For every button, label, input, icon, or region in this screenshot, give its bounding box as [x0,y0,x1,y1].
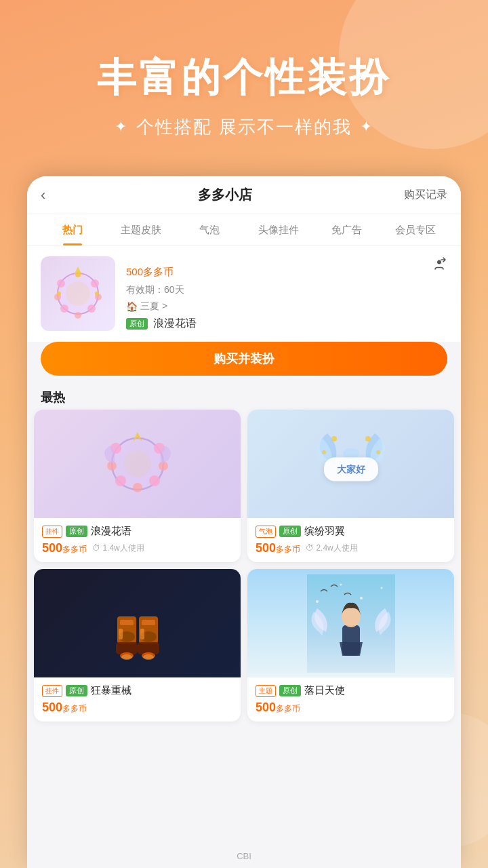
item-users-2: ⏱ 2.4w人使用 [306,542,358,554]
featured-name: 浪漫花语 [153,317,197,331]
item-price-row-2: 500多多币 ⏱ 2.4w人使用 [256,541,446,555]
sub-title-text: 个性搭配 展示不一样的我 [136,115,351,139]
svg-point-13 [95,292,99,296]
tab-avatar-pendant[interactable]: 头像挂件 [244,214,312,245]
featured-info: 500多多币 有效期：60天 🏠 三夏 > 原创 浪漫花语 [126,256,447,331]
chat-bubble-overlay: 大家好 [324,458,378,481]
svg-point-9 [75,312,81,319]
tag-pendant-3: 挂件 [42,685,62,697]
svg-point-10 [66,281,90,306]
svg-point-40 [121,654,132,660]
svg-point-23 [133,483,142,492]
section-title: 最热 [27,384,461,410]
featured-name-row: 原创 浪漫花语 [126,317,447,331]
tag-original-4: 原创 [279,685,301,696]
tab-bar: 热门 主题皮肤 气泡 头像挂件 免广告 会员专区 [27,214,461,245]
share-button[interactable] [431,256,447,277]
item-price-row-4: 500多多币 [256,701,446,715]
svg-point-8 [87,304,96,313]
svg-point-48 [380,587,382,589]
featured-author: 🏠 三夏 > [126,300,447,313]
bottom-label: CBI [0,851,488,861]
item-card-4[interactable]: 主题 原创 落日天使 500多多币 [247,569,454,722]
svg-point-26 [365,436,371,441]
featured-validity: 有效期：60天 [126,284,447,296]
shop-card: ‹ 多多小店 购买记录 热门 主题皮肤 气泡 头像挂件 免广告 会员专区 [27,176,461,868]
svg-point-24 [124,450,151,477]
item-tags-4: 主题 原创 落日天使 [256,684,446,697]
tab-theme-skin[interactable]: 主题皮肤 [106,214,175,245]
svg-point-46 [340,583,342,585]
item-price-4: 500多多币 [256,701,300,715]
purchase-record-button[interactable]: 购买记录 [404,188,447,202]
item-name-1: 浪漫花语 [91,525,131,538]
featured-original-tag: 原创 [126,318,148,330]
item-card-1[interactable]: 挂件 原创 浪漫花语 500多多币 ⏱ 1.4w人使用 [34,410,241,562]
svg-rect-43 [140,629,144,639]
item-name-4: 落日天使 [304,684,345,697]
svg-point-25 [331,436,337,441]
tag-original-3: 原创 [66,685,87,696]
item-price-3: 500多多币 [42,701,87,715]
svg-point-41 [143,654,154,660]
svg-point-45 [316,600,319,603]
header-section: 丰富的个性装扮 ✦ 个性搭配 展示不一样的我 ✦ [0,0,488,190]
item-image-2: 大家好 [247,410,454,518]
svg-point-21 [115,475,126,486]
item-tags-1: 挂件 原创 浪漫花语 [42,525,232,538]
tag-bubble-2: 气泡 [256,526,276,538]
shop-title: 多多小店 [198,186,252,204]
svg-marker-16 [133,432,142,441]
sparkle-right: ✦ [360,118,373,136]
svg-point-4 [91,279,99,288]
svg-point-28 [376,450,380,454]
item-price-1: 500多多币 [42,541,87,555]
item-tags-3: 挂件 原创 狂暴重械 [42,684,232,697]
featured-price: 500多多币 [126,259,447,280]
svg-rect-42 [119,629,123,639]
item-body-4: 主题 原创 落日天使 500多多币 [247,677,454,722]
svg-point-22 [149,475,160,486]
tag-original-2: 原创 [279,526,301,537]
svg-point-47 [360,597,363,599]
back-button[interactable]: ‹ [41,186,45,204]
svg-point-11 [75,272,81,277]
svg-point-27 [322,450,326,454]
scrollable-content: 500多多币 有效期：60天 🏠 三夏 > 原创 浪漫花语 [27,245,461,830]
tag-pendant-1: 挂件 [42,526,62,538]
svg-point-7 [60,304,68,313]
tab-member[interactable]: 会员专区 [382,214,450,245]
tab-no-ads[interactable]: 免广告 [312,214,381,245]
item-card-2[interactable]: 大家好 气泡 原创 缤纷羽翼 500多多币 ⏱ 2.4w人使用 [247,410,454,562]
featured-section: 500多多币 有效期：60天 🏠 三夏 > 原创 浪漫花语 [27,245,461,342]
item-image-3 [34,569,241,677]
featured-price-unit: 多多币 [143,266,174,277]
svg-point-3 [57,279,65,288]
main-title: 丰富的个性装扮 [97,52,391,104]
item-image-4 [247,569,454,677]
tag-theme-4: 主题 [256,685,276,697]
sub-title: ✦ 个性搭配 展示不一样的我 ✦ [115,115,373,139]
svg-point-12 [57,292,61,296]
items-grid: 挂件 原创 浪漫花语 500多多币 ⏱ 1.4w人使用 [27,410,461,728]
item-body-1: 挂件 原创 浪漫花语 500多多币 ⏱ 1.4w人使用 [34,518,241,562]
sparkle-left: ✦ [115,118,128,136]
item-name-2: 缤纷羽翼 [304,525,345,538]
item-users-1: ⏱ 1.4w人使用 [92,542,144,554]
item-tags-2: 气泡 原创 缤纷羽翼 [256,525,446,538]
buy-button[interactable]: 购买并装扮 [41,342,447,376]
svg-rect-32 [120,620,134,625]
item-price-row-3: 500多多币 [42,701,232,715]
svg-rect-33 [142,620,155,625]
item-price-row-1: 500多多币 ⏱ 1.4w人使用 [42,541,232,555]
tab-hot[interactable]: 热门 [38,214,106,245]
tab-bubble[interactable]: 气泡 [176,214,244,245]
featured-image [41,256,115,331]
item-card-3[interactable]: 挂件 原创 狂暴重械 500多多币 [34,569,241,722]
shop-header: ‹ 多多小店 购买记录 [27,176,461,214]
item-body-3: 挂件 原创 狂暴重械 500多多币 [34,677,241,722]
item-image-1 [34,410,241,518]
tag-original-1: 原创 [66,526,87,537]
item-name-3: 狂暴重械 [91,684,131,697]
item-price-2: 500多多币 [256,541,300,555]
